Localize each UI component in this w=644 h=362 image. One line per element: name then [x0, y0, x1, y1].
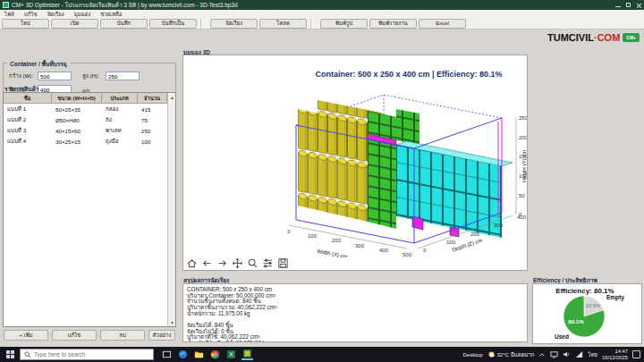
svg-text:250: 250 [519, 115, 527, 121]
toolbar-button-save[interactable]: บันทึก [100, 19, 148, 29]
efficiency-panel: Efficiency: 80.1% Empty 19.9% 80.1% Used [532, 283, 642, 344]
summary-line: จัดเรียงได้: 840 ชิ้น [187, 323, 523, 329]
home-icon[interactable] [185, 257, 199, 269]
taskbar: X Desktop 32°C มีแดดมาก ไทย 14:47 16/12/… [0, 347, 644, 362]
toolbar-button-save-as[interactable]: บันทึกเป็น [149, 19, 197, 29]
menubar: ไฟล์ แก้ไข จัดเรียง มุมมอง ช่วยเหลือ [0, 10, 644, 18]
svg-text:100: 100 [446, 240, 456, 245]
menu-item-arrange[interactable]: จัดเรียง [47, 10, 64, 19]
width-field[interactable] [38, 72, 72, 80]
pan-icon[interactable] [231, 257, 244, 269]
table-row[interactable]: แบบที่ 4 30×25×15 ถุงมือ 100 [4, 136, 175, 147]
summary-box[interactable]: CONTAINER: 500 x 250 x 400 cm ปริมาตร Co… [182, 283, 528, 342]
toolbar-button-load[interactable]: โหลด [259, 19, 307, 29]
svg-text:50: 50 [519, 193, 525, 198]
menu-item-help[interactable]: ช่วยเหลือ [100, 10, 122, 19]
svg-text:100: 100 [308, 233, 318, 239]
search-icon [24, 351, 31, 358]
svg-text:400: 400 [379, 248, 389, 253]
summary-line: น้ำหนักรวม: 11,975.00 kg [187, 311, 523, 317]
table-row[interactable]: แบบที่ 3 40×15×60 พาเลท 250 [4, 125, 175, 136]
back-arrow-icon[interactable] [200, 257, 214, 269]
toolbar-button-print-image[interactable]: พิมพ์รูป [320, 19, 368, 29]
desktop-toolbar-label[interactable]: Desktop [462, 352, 482, 358]
pie-title: Efficiency: 80.1% [555, 287, 614, 295]
active-app-icon[interactable] [242, 349, 253, 360]
svg-text:200: 200 [332, 238, 342, 243]
display-icon[interactable] [550, 350, 558, 358]
taskbar-clock[interactable]: 14:47 16/12/2025 [602, 349, 628, 360]
zoom-icon[interactable] [246, 257, 259, 269]
toolbar-button-print-report[interactable]: พิมพ์รายงาน [369, 19, 417, 29]
efficiency-pie-chart: Efficiency: 80.1% Empty 19.9% 80.1% Used [533, 284, 641, 343]
pie-value-empty: 19.9% [586, 303, 600, 308]
summary-line [187, 316, 523, 323]
height-label: สูง (H): [82, 72, 106, 80]
summary-line: น้ำหนักที่จัดเรียงได้: 11,975.00 kg [187, 341, 523, 342]
weather-widget[interactable]: 32°C มีแดดมาก [487, 350, 535, 359]
main-area: Container / พื้นที่บรรจุ กว้าง (W): สูง … [0, 29, 644, 347]
table-row[interactable]: แบบที่ 2 Ø50×H80 ถัง 75 [4, 114, 175, 125]
minimize-icon[interactable] [615, 6, 621, 7]
plot-nav-toolbar [185, 257, 290, 269]
table-row[interactable]: แบบที่ 1 50×25×35 กล่อง 415 [4, 104, 175, 114]
excel-icon[interactable]: X [225, 349, 237, 360]
clock-time: 14:47 [614, 349, 628, 354]
cell-type: กล่อง [102, 105, 138, 114]
menu-item-edit[interactable]: แก้ไข [24, 10, 38, 19]
chrome-icon[interactable] [209, 349, 221, 360]
delete-item-button[interactable]: ลบ [100, 330, 145, 341]
taskbar-search[interactable] [20, 349, 154, 360]
plot-3d-panel: Container: 500 x 250 x 400 cm | Efficien… [182, 55, 528, 271]
forward-arrow-icon[interactable] [216, 257, 229, 269]
scroll-down-icon[interactable]: ▼ [168, 318, 176, 326]
edit-item-button[interactable]: แก้ไข [52, 330, 97, 341]
height-field[interactable] [106, 72, 140, 80]
close-icon[interactable] [636, 3, 641, 8]
window-title: CM+ 3D Optimizer - โปรแกรมจัดเรียงสินค้า… [12, 1, 610, 10]
toolbar-separator [310, 19, 317, 29]
save-icon[interactable] [276, 257, 290, 269]
item-action-buttons: + เพิ่ม แก้ไข ลบ ตัวอย่าง [0, 330, 179, 341]
system-tray: Desktop 32°C มีแดดมาก ไทย 14:47 16/12/20… [462, 349, 644, 360]
svg-text:0: 0 [423, 248, 427, 253]
edge-icon[interactable] [177, 349, 189, 360]
menu-item-file[interactable]: ไฟล์ [4, 10, 14, 19]
column-header-size: ขนาด (W×H×D) [52, 93, 102, 103]
plot-3d-canvas[interactable]: Container: 500 x 250 x 400 cm | Efficien… [183, 55, 527, 257]
notification-center-icon[interactable] [632, 350, 640, 358]
language-indicator[interactable]: ไทย [588, 350, 597, 359]
table-scrollbar[interactable]: ▲ ▼ [167, 93, 175, 326]
toolbar-separator [200, 19, 207, 29]
subplot-settings-icon[interactable] [261, 257, 275, 269]
network-icon[interactable] [575, 350, 583, 358]
speaker-icon[interactable] [563, 350, 571, 358]
svg-text:200: 200 [470, 232, 480, 237]
preview-button[interactable]: ตัวอย่าง [148, 330, 175, 341]
cell-type: ถัง [102, 115, 138, 124]
toolbar-button-arrange[interactable]: จัดเรียง [210, 19, 258, 29]
menu-item-view[interactable]: มุมมอง [74, 10, 90, 19]
toolbar-button-open[interactable]: เปิด [51, 19, 98, 29]
cell-size: Ø50×H80 [52, 117, 102, 123]
toolbar-button-new[interactable]: ใหม่ [2, 19, 49, 29]
svg-text:300: 300 [494, 223, 504, 228]
task-view-icon[interactable] [161, 349, 173, 360]
toolbar-button-excel[interactable]: Excel [419, 19, 466, 29]
cell-name: แบบที่ 2 [4, 115, 52, 124]
file-explorer-icon[interactable] [193, 349, 205, 360]
maximize-icon[interactable] [626, 3, 631, 7]
windows-logo-icon [6, 350, 14, 358]
start-button[interactable] [0, 347, 20, 362]
add-item-button[interactable]: + เพิ่ม [4, 330, 48, 341]
container-groupbox-title: Container / พื้นที่บรรจุ [7, 60, 70, 69]
search-input[interactable] [34, 351, 141, 358]
cell-name: แบบที่ 1 [4, 105, 52, 114]
cell-qty: 75 [138, 117, 168, 123]
tray-expand-icon[interactable] [538, 351, 546, 358]
cell-type: ถุงมือ [102, 137, 138, 146]
scroll-up-icon[interactable]: ▲ [168, 93, 176, 101]
toolbar: ใหม่ เปิด บันทึก บันทึกเป็น จัดเรียง โหล… [0, 18, 644, 29]
clock-date: 16/12/2025 [602, 355, 628, 360]
cell-size: 40×15×60 [52, 128, 102, 134]
